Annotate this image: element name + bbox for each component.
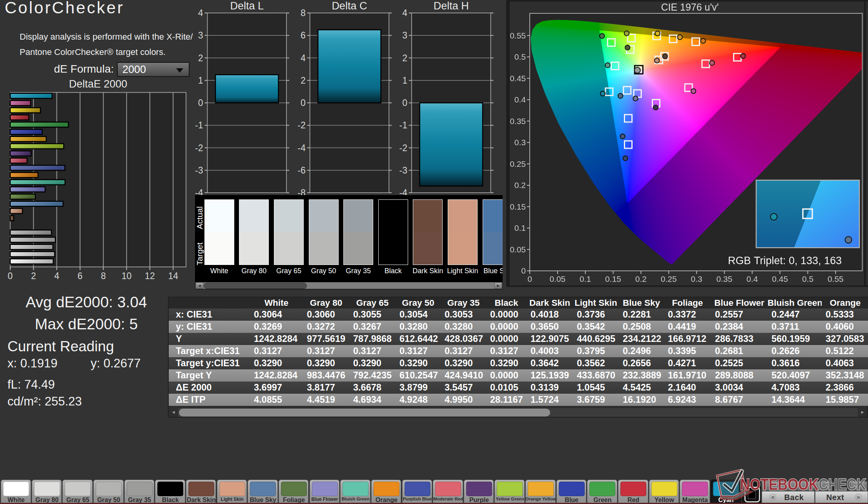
svg-text:4: 4 (301, 53, 306, 63)
svg-text:-2: -2 (195, 143, 203, 153)
svg-text:-2: -2 (399, 143, 407, 153)
svg-text:Delta L: Delta L (230, 0, 264, 12)
svg-text:4: 4 (402, 8, 407, 18)
svg-text:4: 4 (198, 8, 203, 18)
svg-text:Delta C: Delta C (332, 0, 367, 12)
svg-text:3: 3 (198, 30, 203, 40)
svg-text:NOTEBOOK: NOTEBOOK (740, 475, 819, 493)
svg-text:6: 6 (78, 271, 83, 281)
svg-text:0: 0 (8, 271, 13, 281)
svg-text:8: 8 (101, 271, 106, 281)
svg-text:2: 2 (31, 271, 36, 281)
svg-text:Delta H: Delta H (434, 0, 469, 12)
svg-text:-1: -1 (399, 120, 407, 130)
svg-text:CHECK: CHECK (819, 475, 866, 493)
svg-text:-2: -2 (297, 120, 305, 130)
svg-text:12: 12 (145, 271, 155, 281)
svg-text:14: 14 (168, 271, 178, 281)
svg-text:-4: -4 (297, 143, 306, 153)
svg-text:-1: -1 (195, 120, 203, 130)
svg-text:3: 3 (402, 30, 407, 40)
svg-text:0: 0 (198, 98, 203, 108)
svg-text:0: 0 (301, 98, 306, 108)
svg-text:1: 1 (198, 75, 203, 86)
svg-text:8: 8 (301, 8, 306, 18)
svg-text:4: 4 (54, 271, 59, 281)
svg-text:1: 1 (402, 75, 407, 86)
svg-text:2: 2 (301, 75, 306, 86)
svg-text:2: 2 (402, 53, 407, 63)
svg-text:2: 2 (198, 53, 203, 63)
svg-text:-3: -3 (195, 165, 203, 175)
svg-text:-6: -6 (297, 165, 305, 175)
svg-text:6: 6 (301, 30, 306, 40)
svg-text:0: 0 (402, 98, 407, 108)
svg-text:-3: -3 (399, 165, 407, 175)
svg-text:10: 10 (122, 271, 132, 281)
